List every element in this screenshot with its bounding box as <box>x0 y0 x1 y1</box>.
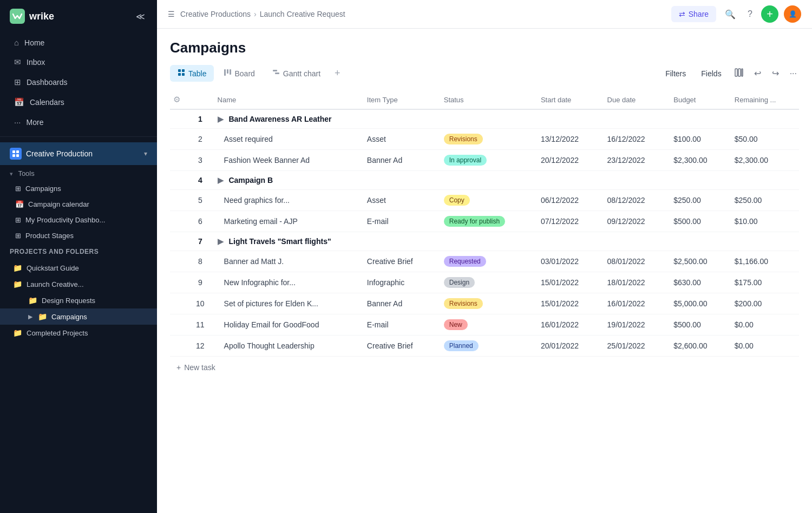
sidebar-collapse-button[interactable]: ≪ <box>134 9 147 24</box>
table-row[interactable]: 12 Apollo Thought Leadership Creative Br… <box>170 336 799 357</box>
table-row[interactable]: 9 New Infographic for... Infographic Des… <box>170 272 799 293</box>
sidebar-item-product-stages[interactable]: ⊞ Product Stages <box>0 228 157 244</box>
svg-rect-11 <box>230 69 231 75</box>
new-task-button[interactable]: + New task <box>170 359 222 376</box>
share-button[interactable]: ⇄ Share <box>671 6 716 22</box>
task-name[interactable]: Apollo Thought Leadership <box>211 336 361 357</box>
sidebar-item-campaigns-tool[interactable]: ⊞ Campaigns <box>0 181 157 196</box>
sidebar-item-campaign-calendar[interactable]: 📅 Campaign calendar <box>0 196 157 212</box>
tab-board[interactable]: Board <box>216 65 262 82</box>
start-date: 15/01/2022 <box>534 293 601 314</box>
col-header-start-date[interactable]: Start date <box>534 90 601 109</box>
table-row[interactable]: 1 ▶ Band Awareness AR Leather <box>170 109 799 129</box>
table-row[interactable]: 11 Holiday Email for GoodFood E-mail New… <box>170 314 799 336</box>
add-tab-button[interactable]: + <box>330 65 345 81</box>
wrike-logo-icon <box>10 9 25 24</box>
due-date: 16/01/2022 <box>601 293 667 314</box>
redo-button[interactable]: ↪ <box>770 66 781 81</box>
user-avatar[interactable]: 👤 <box>784 5 801 23</box>
tab-actions: Filters Fields ↩ ↪ ··· <box>661 66 799 81</box>
settings-cell <box>170 109 189 129</box>
row-number: 9 <box>189 272 211 293</box>
due-date: 08/12/2022 <box>601 190 667 211</box>
tab-gantt[interactable]: Gantt chart <box>265 65 328 82</box>
table-row[interactable]: 8 Banner ad Matt J. Creative Brief Reque… <box>170 251 799 272</box>
sidebar-item-completed-projects[interactable]: 📁 Completed Projects <box>0 325 157 341</box>
table-row[interactable]: 4 ▶ Campaign B <box>170 171 799 190</box>
tools-section-header[interactable]: ▾ Tools <box>0 166 157 181</box>
gantt-tab-label: Gantt chart <box>283 69 320 78</box>
sidebar-item-label: Campaign calendar <box>28 200 89 208</box>
svg-rect-14 <box>735 69 737 76</box>
task-name[interactable]: Asset required <box>211 129 361 150</box>
columns-icon-button[interactable] <box>732 66 745 81</box>
topbar-actions: ⇄ Share 🔍 ? + 👤 <box>671 5 801 23</box>
share-icon: ⇄ <box>679 10 685 18</box>
search-icon: 🔍 <box>725 10 736 19</box>
group-expand-icon[interactable]: ▶ <box>218 237 224 246</box>
sidebar-item-inbox[interactable]: ✉ Inbox <box>4 52 153 72</box>
table-row[interactable]: 6 Marketing email - AJP E-mail Ready for… <box>170 211 799 232</box>
col-header-status[interactable]: Status <box>437 90 534 109</box>
settings-col-header[interactable]: ⚙ <box>170 90 189 109</box>
group-expand-icon[interactable]: ▶ <box>218 115 224 123</box>
search-button[interactable]: 🔍 <box>722 6 739 23</box>
task-name[interactable]: Marketing email - AJP <box>211 211 361 232</box>
sidebar-item-productivity[interactable]: ⊞ My Productivity Dashbo... <box>0 212 157 228</box>
budget: $5,000.00 <box>667 293 728 314</box>
svg-rect-8 <box>182 73 185 76</box>
help-button[interactable]: ? <box>744 6 756 22</box>
more-options-button[interactable]: ··· <box>788 67 799 81</box>
fields-button[interactable]: Fields <box>697 67 725 80</box>
task-name[interactable]: New Infographic for... <box>211 272 361 293</box>
status-cell: Planned <box>437 336 534 357</box>
board-tab-label: Board <box>234 69 254 78</box>
settings-cell <box>170 190 189 211</box>
status-cell: Revisions <box>437 293 534 314</box>
task-name[interactable]: Fashion Week Banner Ad <box>211 150 361 171</box>
task-name[interactable]: Need graphics for... <box>211 190 361 211</box>
sidebar-item-calendars[interactable]: 📅 Calendars <box>4 93 153 112</box>
sidebar-item-more[interactable]: ··· More <box>4 113 153 131</box>
filters-button[interactable]: Filters <box>661 67 690 80</box>
row-number: 7 <box>189 232 211 251</box>
task-name[interactable]: Set of pictures for Elden K... <box>211 293 361 314</box>
settings-cell <box>170 272 189 293</box>
help-icon: ? <box>748 9 752 18</box>
table-row[interactable]: 3 Fashion Week Banner Ad Banner Ad In ap… <box>170 150 799 171</box>
task-name[interactable]: Banner ad Matt J. <box>211 251 361 272</box>
sidebar-section-creative-production[interactable]: Creative Production ▾ <box>0 142 157 165</box>
new-task-icon: + <box>176 363 181 372</box>
col-header-name[interactable]: Name <box>211 90 361 109</box>
group-expand-icon[interactable]: ▶ <box>218 176 224 185</box>
col-header-budget[interactable]: Budget <box>667 90 728 109</box>
board-tab-icon <box>224 69 231 78</box>
table-row[interactable]: 10 Set of pictures for Elden K... Banner… <box>170 293 799 314</box>
settings-cell <box>170 336 189 357</box>
sidebar-item-design-requests[interactable]: 📁 Design Requests <box>0 292 157 308</box>
undo-button[interactable]: ↩ <box>752 66 763 81</box>
table-row[interactable]: 7 ▶ Light Travels "Smart flights" <box>170 232 799 251</box>
sidebar-item-campaigns-active[interactable]: ▶ 📁 Campaigns <box>0 308 157 325</box>
remaining: $175.00 <box>728 272 799 293</box>
task-name[interactable]: Holiday Email for GoodFood <box>211 314 361 336</box>
svg-rect-3 <box>12 154 15 157</box>
sidebar-item-dashboards[interactable]: ⊞ Dashboards <box>4 73 153 92</box>
table-row[interactable]: 5 Need graphics for... Asset Copy 06/12/… <box>170 190 799 211</box>
tab-table[interactable]: Table <box>170 65 214 82</box>
menu-icon[interactable]: ☰ <box>168 10 175 18</box>
col-header-due-date[interactable]: Due date <box>601 90 667 109</box>
sidebar-item-launch-creative[interactable]: 📁 Launch Creative... <box>0 276 157 292</box>
col-header-remaining[interactable]: Remaining ... <box>728 90 799 109</box>
expand-arrow-icon: ▶ <box>28 313 32 320</box>
table-row[interactable]: 2 Asset required Asset Revisions 13/12/2… <box>170 129 799 150</box>
sidebar-item-home[interactable]: ⌂ Home <box>4 33 153 52</box>
row-number: 12 <box>189 336 211 357</box>
breadcrumb-part-2: Launch Creative Request <box>260 10 345 18</box>
due-date: 16/12/2022 <box>601 129 667 150</box>
settings-cell <box>170 314 189 336</box>
col-header-item-type[interactable]: Item Type <box>361 90 437 109</box>
sidebar-item-quickstart[interactable]: 📁 Quickstart Guide <box>0 260 157 276</box>
svg-rect-7 <box>178 73 181 76</box>
add-button[interactable]: + <box>761 5 778 23</box>
